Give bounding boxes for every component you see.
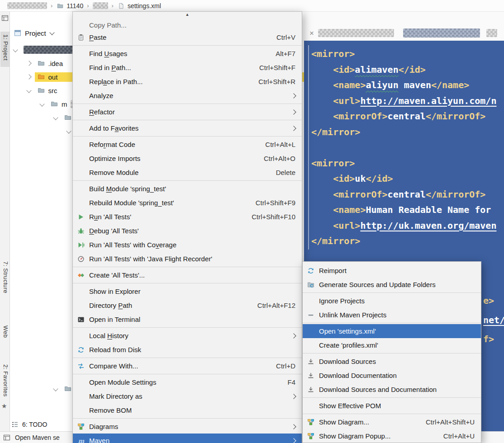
chevron-down-icon[interactable] — [49, 30, 54, 35]
breadcrumb-item-11140[interactable]: 11140 — [56, 2, 83, 9]
breadcrumb-item-settings-xml[interactable]: settings.xml — [117, 2, 161, 9]
diagram-icon — [76, 423, 86, 430]
context-menu-item-remove-bom[interactable]: Remove BOM — [73, 403, 302, 417]
context-menu-item-remove-module[interactable]: Remove ModuleDelete — [73, 165, 302, 179]
context-menu-item-mark-directory-as[interactable]: Mark Directory as — [73, 389, 302, 403]
icon-slot — [306, 402, 315, 410]
maven-submenu-item-unlink-maven-projects[interactable]: Unlink Maven Projects — [303, 308, 481, 322]
censored-tab-title[interactable] — [318, 29, 394, 37]
context-menu-item-refactor[interactable]: Refactor — [73, 105, 302, 119]
maven-submenu-item-create-profiles-xml[interactable]: Create 'profiles.xml' — [303, 338, 481, 352]
maven-submenu-item-download-sources[interactable]: Download Sources — [303, 354, 481, 368]
close-tab-icon[interactable]: × — [309, 29, 314, 37]
context-menu-item-find-usages[interactable]: Find UsagesAlt+F7 — [73, 47, 302, 61]
stripe-button-2-favorites[interactable]: 2: Favorites — [2, 364, 9, 397]
context-menu-item-directory-path[interactable]: Directory PathCtrl+Alt+F12 — [73, 298, 302, 312]
maven-submenu-item-download-documentation[interactable]: Download Documentation — [303, 368, 481, 382]
icon-slot — [76, 379, 86, 386]
menu-item-label: Maven — [89, 437, 109, 443]
toolwindow-switcher-icon[interactable] — [3, 434, 11, 441]
chevron-down-icon[interactable] — [53, 386, 58, 391]
context-menu-item-add-to-favorites[interactable]: Add to Favorites — [73, 121, 302, 135]
context-menu-item-find-in-path[interactable]: Find in Path...Ctrl+Shift+F — [73, 61, 302, 75]
icon-slot — [76, 288, 86, 295]
context-menu-item-paste[interactable]: PasteCtrl+V — [73, 30, 302, 44]
maven-submenu-item-download-sources-and-documentation[interactable]: Download Sources and Documentation — [303, 382, 481, 396]
maven-submenu-item-ignore-projects[interactable]: Ignore Projects — [303, 294, 481, 308]
submenu-arrow-icon — [291, 333, 296, 338]
menu-item-label: Directory Path — [89, 302, 132, 309]
submenu-arrow-icon — [291, 424, 296, 429]
context-menu-item-copy-path[interactable]: Copy Path... — [73, 19, 302, 30]
scroll-up-icon: ▲ — [185, 12, 190, 17]
stripe-button-1-project[interactable]: 1: Project — [2, 34, 9, 61]
context-menu-item-optimize-imports[interactable]: Optimize ImportsCtrl+Alt+O — [73, 151, 302, 165]
icon-slot — [76, 64, 86, 71]
chevron-down-icon[interactable] — [53, 115, 58, 120]
maven-submenu-item-show-diagram-popup[interactable]: Show Diagram Popup...Ctrl+Alt+U — [303, 429, 481, 443]
code-plain: maven — [399, 80, 431, 90]
code-plain: central — [388, 111, 426, 122]
menu-item-right — [292, 94, 296, 98]
chevron-right-icon[interactable] — [26, 61, 31, 66]
maven-submenu-item-open-settings-xml[interactable]: Open 'settings.xml' — [303, 324, 481, 338]
maven-submenu-separator — [303, 292, 481, 293]
context-menu-item-reformat-code[interactable]: Reformat CodeCtrl+Alt+L — [73, 137, 302, 151]
censored-toolbar-area — [486, 29, 497, 37]
censored-tab-title[interactable] — [403, 28, 480, 38]
context-menu-item-run-all-tests[interactable]: Run 'All Tests'Ctrl+Shift+F10 — [73, 210, 302, 224]
icon-slot — [76, 169, 86, 176]
menu-item-right — [292, 334, 296, 338]
stripe-button-7-structure[interactable]: 7: Structure — [2, 261, 9, 293]
context-menu-item-show-in-explorer[interactable]: Show in Explorer — [73, 284, 302, 298]
icon-slot — [76, 332, 86, 339]
context-menu-item-open-module-settings[interactable]: Open Module SettingsF4 — [73, 375, 302, 389]
project-panel-title: Project — [25, 29, 46, 37]
context-menu-item-create-all-tests[interactable]: Create 'All Tests'... — [73, 268, 302, 282]
context-menu-item-build-module-spring-test[interactable]: Build Module 'spring_test' — [73, 182, 302, 196]
maven-submenu-item-show-diagram[interactable]: Show Diagram...Ctrl+Alt+Shift+U — [303, 415, 481, 429]
context-menu: ▲ Copy Path...PasteCtrl+VFind UsagesAlt+… — [72, 11, 302, 443]
code-fragment: net/ — [483, 312, 504, 328]
maven-submenu-item-reimport[interactable]: Reimport — [303, 264, 481, 278]
context-menu-item-analyze[interactable]: Analyze — [73, 89, 302, 103]
icon-slot — [76, 92, 86, 99]
stripe-button-web[interactable]: Web — [2, 325, 9, 338]
context-menu-item-reload-from-disk[interactable]: Reload from Disk — [73, 343, 302, 357]
project-panel-header[interactable]: Project — [10, 27, 58, 39]
context-menu-item-run-all-tests-with-coverage[interactable]: Run 'All Tests' with Coverage — [73, 238, 302, 252]
todo-toolwindow-button[interactable]: 6: TODO — [11, 419, 48, 430]
tool-window-icon[interactable] — [1, 14, 9, 24]
menu-item-shortcut: F4 — [287, 378, 295, 386]
maven-submenu-item-show-effective-pom[interactable]: Show Effective POM — [303, 399, 481, 413]
chevron-down-icon[interactable] — [26, 88, 31, 93]
menu-scroll-up[interactable]: ▲ — [73, 12, 302, 18]
menu-item-label: Remove Module — [89, 169, 138, 176]
breadcrumb-separator: › — [51, 2, 52, 9]
breadcrumb-separator: › — [87, 2, 89, 9]
chevron-down-icon[interactable] — [39, 101, 44, 106]
context-menu-item-compare-with[interactable]: Compare With...Ctrl+D — [73, 359, 302, 373]
context-menu-item-maven[interactable]: mMaven — [73, 434, 302, 443]
context-menu-item-rebuild-module-spring-test[interactable]: Rebuild Module 'spring_test'Ctrl+Shift+F… — [73, 196, 302, 210]
context-menu-item-local-history[interactable]: Local History — [73, 329, 302, 343]
chevron-down-icon[interactable] — [66, 128, 71, 133]
code-tag: </mirrorOf> — [426, 111, 485, 122]
project-tool-icon — [14, 29, 22, 37]
menu-item-shortcut: Ctrl+Shift+F10 — [252, 213, 295, 221]
context-menu-item-diagrams[interactable]: Diagrams — [73, 419, 302, 434]
menu-item-label: Ignore Projects — [319, 297, 365, 305]
menu-item-shortcut: Ctrl+Alt+Shift+U — [426, 418, 475, 426]
icon-slot — [306, 328, 315, 335]
context-menu-item-run-all-tests-with-java-flight-recorder[interactable]: Run 'All Tests' with 'Java Flight Record… — [73, 252, 302, 266]
context-menu-item-replace-in-path[interactable]: Replace in Path...Ctrl+Shift+R — [73, 75, 302, 89]
chevron-down-icon[interactable] — [13, 47, 18, 52]
context-menu-item-open-in-terminal[interactable]: Open in Terminal — [73, 312, 302, 326]
context-menu-item-debug-all-tests[interactable]: Debug 'All Tests' — [73, 224, 302, 238]
todo-list-icon — [11, 421, 19, 428]
code-plain — [311, 204, 333, 215]
favorites-star-icon[interactable]: ★ — [1, 402, 7, 410]
maven-submenu-item-generate-sources-and-update-folders[interactable]: Generate Sources and Update Folders — [303, 278, 481, 292]
chevron-right-icon[interactable] — [26, 74, 31, 79]
context-menu-separator — [73, 180, 302, 181]
